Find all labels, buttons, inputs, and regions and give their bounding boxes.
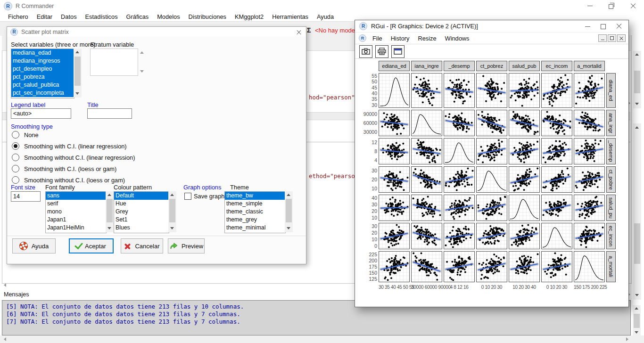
list-item-Hue[interactable]: Hue	[114, 200, 169, 208]
radio-option-2[interactable]: Smoothing without C.I. (linear regressio…	[12, 154, 135, 161]
menu-fichero[interactable]: Fichero	[4, 13, 33, 20]
list-item-mediana_ingresos[interactable]: mediana_ingresos	[11, 57, 74, 65]
y-tick-label: 90000	[363, 112, 377, 116]
font-family-scrollbar[interactable]	[106, 191, 114, 232]
list-item-Blues[interactable]: Blues	[114, 224, 169, 232]
list-item-Grey[interactable]: Grey	[114, 208, 169, 216]
colour-pattern-listbox[interactable]: DefaultHueGreySet1Blues	[114, 191, 169, 233]
copy-plot-button[interactable]	[359, 45, 372, 58]
colour-scrollbar[interactable]	[168, 191, 176, 232]
scrollbar-thumb[interactable]	[634, 314, 640, 328]
mdi-restore-button[interactable]	[608, 34, 616, 42]
legend-input[interactable]: <auto>	[11, 108, 71, 119]
menu-editar[interactable]: Editar	[33, 13, 57, 20]
rgui-menu-file[interactable]: File	[368, 35, 387, 42]
ok-button[interactable]: Aceptar	[69, 238, 114, 253]
list-item-pct_pobreza[interactable]: pct_pobreza	[11, 73, 74, 81]
list-item-pct_sec_incompleta[interactable]: pct_sec_incompleta	[11, 89, 74, 97]
list-item-Japan1[interactable]: Japan1	[46, 216, 106, 224]
radio-option-1[interactable]: Smoothing with C.I. (linear regression)	[12, 142, 127, 150]
menu-herramientas[interactable]: Herramientas	[268, 13, 313, 20]
output-vscrollbar[interactable]	[633, 123, 641, 300]
menu-distribuciones[interactable]: Distribuciones	[184, 13, 231, 20]
list-item-theme_classic[interactable]: theme_classic	[225, 208, 285, 216]
scrollbar-thumb[interactable]	[634, 223, 640, 264]
messages-vscrollbar[interactable]	[633, 305, 641, 335]
list-item-serif[interactable]: serif	[46, 200, 106, 208]
menu-estadísticos[interactable]: Estadísticos	[81, 13, 122, 20]
close-button[interactable]	[622, 0, 644, 12]
list-item-theme_bw[interactable]: theme_bw	[225, 192, 285, 200]
help-button[interactable]: Ayuda	[12, 238, 56, 253]
matrix-row-0: 555045403530diana_ed	[358, 73, 625, 108]
preview-button[interactable]: Preview	[168, 238, 205, 253]
list-item-theme_simple[interactable]: theme_simple	[225, 200, 285, 208]
matrix-row-6: 225200175150125a_mortali	[358, 251, 625, 282]
matrix-panel-4-4	[509, 195, 540, 221]
scrollbar-thumb[interactable]	[169, 199, 175, 222]
radio-option-3[interactable]: Smoothing with C.I. (loess or gam)	[12, 165, 116, 172]
title-input[interactable]	[87, 108, 132, 119]
variables-scrollbar[interactable]	[74, 49, 82, 98]
minimize-button[interactable]	[579, 0, 601, 12]
font-size-input[interactable]: 14	[11, 191, 41, 202]
row-strip-ct_pobre: ct_pobre	[606, 166, 616, 193]
list-item-Set1[interactable]: Set1	[114, 216, 169, 224]
sigma-icon[interactable]: Σ	[307, 26, 311, 34]
variables-listbox[interactable]: mediana_edadmediana_ingresospct_desemple…	[11, 49, 74, 98]
row-strip-ec_incon: ec_incon	[606, 223, 616, 249]
rgui-titlebar[interactable]: R RGui - [R Graphics: Device 2 (ACTIVE)]	[355, 20, 628, 33]
save-graph-checkbox[interactable]	[184, 193, 191, 200]
list-item-sans[interactable]: sans	[46, 192, 106, 200]
list-item-mediana_edad[interactable]: mediana_edad	[11, 49, 74, 57]
font-family-listbox[interactable]: sansserifmonoJapan1Japan1HeiMin	[45, 191, 107, 233]
y-tick-label: 175	[369, 264, 377, 269]
menu-kmggplot2[interactable]: KMggplot2	[231, 13, 268, 20]
new-window-button[interactable]	[391, 45, 405, 58]
rgui-menu-resize[interactable]: Resize	[413, 35, 440, 42]
scroll-up-icon[interactable]	[140, 51, 144, 54]
dialog-close-button[interactable]	[295, 29, 303, 36]
rgui-close-button[interactable]	[616, 24, 622, 29]
dialog-titlebar[interactable]: R Scatter plot matrix	[7, 27, 306, 37]
rgui-menu-history[interactable]: History	[387, 35, 414, 42]
rgui-maximize-button[interactable]	[601, 24, 606, 29]
menu-ayuda[interactable]: Ayuda	[313, 13, 338, 20]
messages-hscrollbar[interactable]	[0, 335, 644, 343]
list-item-pct_desempleo[interactable]: pct_desempleo	[11, 65, 74, 73]
matrix-panel-4-2	[444, 195, 475, 221]
matrix-panel-3-4	[509, 166, 540, 193]
list-item-mono[interactable]: mono	[46, 208, 106, 216]
rgui-minimize-button[interactable]	[585, 26, 590, 27]
stratum-listbox[interactable]	[90, 49, 138, 76]
menu-gráficas[interactable]: Gráficas	[122, 13, 153, 20]
mdi-close-button[interactable]	[617, 34, 626, 42]
matrix-panel-5-3	[476, 223, 507, 249]
matrix-panel-3-1	[411, 166, 442, 193]
menu-datos[interactable]: Datos	[57, 13, 81, 20]
scroll-left-icon[interactable]	[4, 283, 6, 287]
radio-option-0[interactable]: None	[12, 131, 39, 139]
list-item-Japan1HeiMin[interactable]: Japan1HeiMin	[46, 224, 106, 232]
theme-listbox[interactable]: theme_bwtheme_simpletheme_classictheme_g…	[224, 191, 286, 233]
theme-scrollbar[interactable]	[285, 191, 293, 232]
list-item-theme_grey[interactable]: theme_grey	[225, 216, 285, 224]
mdi-minimize-button[interactable]	[598, 34, 607, 42]
matrix-panel-6-4	[509, 251, 540, 282]
script-vscrollbar[interactable]	[633, 51, 641, 108]
matrix-xaxis-row: 30 35 40 45 50 5530000 60000 900004 8 12…	[358, 284, 625, 291]
radio-option-4[interactable]: Smoothing without C.I. (loess or gam)	[12, 176, 125, 184]
cancel-button[interactable]: Cancelar	[121, 238, 163, 253]
scrollbar-thumb[interactable]	[634, 71, 640, 93]
scrollbar-thumb[interactable]	[107, 199, 113, 222]
scrollbar-thumb[interactable]	[286, 199, 292, 222]
list-item-theme_minimal[interactable]: theme_minimal	[225, 224, 285, 232]
list-item-pct_salud_publica[interactable]: pct_salud_publica	[11, 81, 74, 89]
restore-button[interactable]	[601, 0, 622, 12]
rgui-menu-windows[interactable]: Windows	[441, 35, 474, 42]
scrollbar-thumb[interactable]	[74, 57, 81, 86]
print-plot-button[interactable]	[375, 45, 388, 58]
menu-modelos[interactable]: Modelos	[153, 13, 184, 20]
scroll-down-icon[interactable]	[140, 70, 144, 73]
list-item-Default[interactable]: Default	[114, 192, 169, 200]
